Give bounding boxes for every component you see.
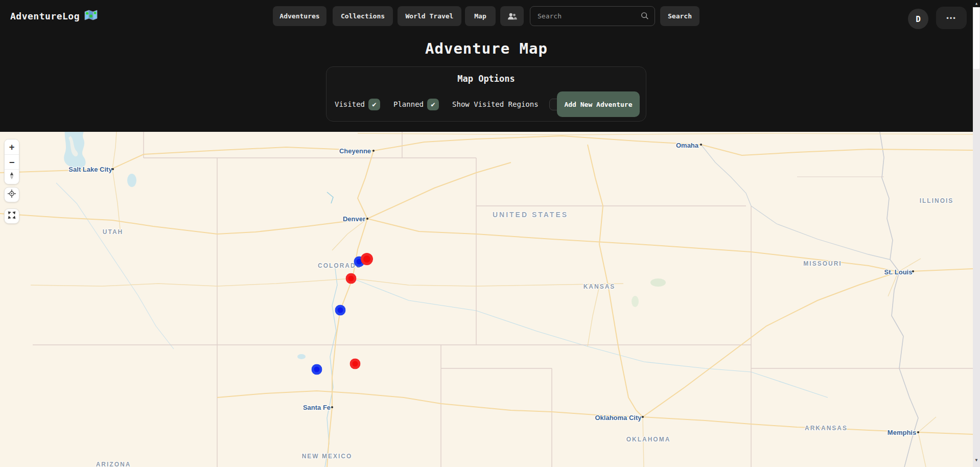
- app-title: AdventureLog: [10, 11, 80, 21]
- page-title: Adventure Map: [0, 40, 973, 57]
- compass-button[interactable]: [5, 169, 19, 184]
- top-nav-bar: AdventureLog Adventures Collections Worl…: [0, 0, 980, 33]
- add-new-adventure-button[interactable]: Add New Adventure: [557, 91, 640, 117]
- state-label-kansas: KANSAS: [584, 283, 616, 290]
- state-label-oklahoma: OKLAHOMA: [626, 436, 671, 443]
- planned-toggle-label: Planned: [393, 100, 424, 108]
- users-icon: [507, 12, 517, 19]
- adventure-marker-blue[interactable]: [335, 305, 346, 316]
- scrollbar-up-arrow[interactable]: ▲: [973, 0, 980, 7]
- scrollbar-down-arrow[interactable]: ▼: [973, 457, 980, 464]
- city-label-omaha: Omaha: [676, 142, 698, 149]
- visited-checkbox[interactable]: ✔: [368, 99, 380, 110]
- city-dot-santa-fe: [331, 406, 333, 408]
- user-avatar[interactable]: D: [908, 9, 928, 29]
- city-dot-cheyenne: [372, 150, 375, 152]
- state-label-arizona: ARIZONA: [96, 461, 131, 467]
- state-label-new-mexico: NEW MEXICO: [302, 453, 353, 460]
- state-label-arkansas: ARKANSAS: [805, 425, 848, 432]
- map-canvas[interactable]: UNITED STATES UTAH COLORADO KANSAS MISSO…: [0, 132, 973, 467]
- state-label-illinois: ILLINOIS: [920, 197, 954, 204]
- zoom-in-button[interactable]: +: [5, 139, 19, 154]
- adventure-marker-blue[interactable]: [312, 364, 322, 375]
- map-zoom-controls: + −: [4, 139, 19, 184]
- map-basemap-graphics: [0, 132, 973, 467]
- map-options-row: Visited ✔ Planned ✔ Show Visited Regions: [335, 91, 561, 117]
- nav-adventures-button[interactable]: Adventures: [273, 6, 326, 26]
- search-button[interactable]: Search: [660, 6, 699, 26]
- city-label-denver: Denver: [343, 215, 365, 223]
- page-scrollbar[interactable]: [973, 0, 980, 467]
- city-dot-denver: [366, 218, 368, 220]
- city-dot-omaha: [700, 144, 702, 146]
- city-label-oklahoma-city: Oklahoma City: [595, 414, 641, 422]
- search-input[interactable]: [530, 6, 655, 26]
- adventurelog-app: AdventureLog Adventures Collections Worl…: [0, 0, 980, 467]
- map-options-title: Map Options: [326, 74, 646, 84]
- country-label: UNITED STATES: [493, 211, 568, 219]
- nav-world-travel-button[interactable]: World Travel: [398, 6, 461, 26]
- compass-icon: [7, 171, 17, 183]
- adventure-marker-red[interactable]: [361, 253, 373, 265]
- state-label-missouri: MISSOURI: [803, 260, 842, 267]
- nav-map-button[interactable]: Map: [465, 6, 496, 26]
- fullscreen-button[interactable]: [4, 208, 19, 224]
- app-logo[interactable]: AdventureLog: [10, 9, 98, 22]
- city-label-st-louis: St. Louis: [884, 268, 913, 276]
- city-dot-memphis: [917, 431, 919, 433]
- fullscreen-icon: [7, 210, 17, 222]
- planned-checkbox[interactable]: ✔: [427, 99, 439, 110]
- nav-collections-button[interactable]: Collections: [333, 6, 393, 26]
- more-menu-button[interactable]: •••: [936, 7, 967, 29]
- adventure-marker-red[interactable]: [346, 273, 357, 284]
- city-label-cheyenne: Cheyenne: [339, 147, 371, 155]
- users-button[interactable]: [500, 6, 524, 26]
- city-dot-st-louis: [912, 270, 914, 272]
- visited-toggle-label: Visited: [335, 100, 365, 108]
- show-visited-regions-label: Show Visited Regions: [452, 100, 539, 108]
- zoom-out-button[interactable]: −: [5, 154, 19, 169]
- adventure-marker-red[interactable]: [350, 359, 361, 369]
- search-field-wrap: [530, 6, 655, 26]
- city-dot-salt-lake-city: [112, 168, 114, 170]
- map-icon: [84, 9, 98, 22]
- search-icon: [640, 11, 649, 22]
- city-label-memphis: Memphis: [888, 429, 916, 436]
- city-label-salt-lake-city: Salt Lake City: [68, 166, 112, 173]
- geolocate-button[interactable]: [4, 187, 19, 202]
- map-options-panel: Map Options Visited ✔ Planned ✔ Show Vis…: [326, 66, 646, 122]
- geolocate-icon: [7, 189, 17, 201]
- state-label-utah: UTAH: [103, 228, 123, 236]
- city-dot-oklahoma-city: [642, 416, 644, 418]
- city-label-santa-fe: Santa Fe: [303, 404, 331, 411]
- scrollbar-thumb[interactable]: [973, 8, 979, 69]
